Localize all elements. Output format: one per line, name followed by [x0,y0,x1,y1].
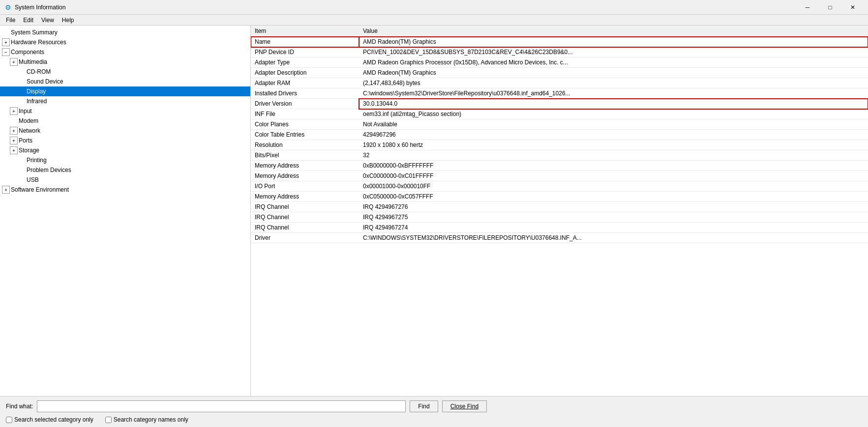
tree-label-modem: Modem [19,117,38,124]
tree-item-printing[interactable]: Printing [0,155,250,165]
table-row: Bits/Pixel32 [251,150,868,161]
close-button[interactable]: ✕ [841,0,864,15]
tree-label-input: Input [19,108,32,114]
search-category-names-checkbox[interactable] [105,417,112,423]
cell-item: Bits/Pixel [251,150,359,161]
search-category-only-checkbox[interactable] [6,417,12,423]
table-row: DriverC:\WINDOWS\SYSTEM32\DRIVERSTORE\FI… [251,233,868,243]
search-category-names-text: Search category names only [114,416,188,423]
app-icon: ⚙ [4,3,12,11]
col-header-value: Value [359,26,868,37]
cell-value: PCI\VEN_1002&DEV_15D8&SUBSYS_87D2103C&RE… [359,47,868,57]
tree-item-input[interactable]: +Input [0,106,250,116]
close-find-button[interactable]: Close Find [442,400,487,412]
cell-item: Adapter Type [251,57,359,68]
tree-item-usb[interactable]: USB [0,175,250,185]
tree-item-hardware-resources[interactable]: +Hardware Resources [0,37,250,47]
menu-edit[interactable]: Edit [19,16,37,25]
menu-help[interactable]: Help [58,16,78,25]
detail-table: Item Value NameAMD Radeon(TM) GraphicsPN… [251,26,868,243]
tree-expander-ports[interactable]: + [10,137,18,144]
tree-item-display[interactable]: Display [0,86,250,96]
find-input[interactable] [37,400,406,412]
cell-item: Name [251,37,359,47]
cell-value: 32 [359,150,868,161]
table-header-row: Item Value [251,26,868,37]
tree-item-infrared[interactable]: Infrared [0,96,250,106]
bottom-bar: Find what: Find Close Find Search select… [0,396,868,427]
tree-label-components: Components [11,49,44,56]
cell-item: Color Table Entries [251,130,359,140]
minimize-button[interactable]: ─ [796,0,819,15]
tree-item-multimedia[interactable]: +Multimedia [0,57,250,67]
table-row: I/O Port0x00001000-0x000010FF [251,181,868,192]
tree-label-ports: Ports [19,137,32,144]
cell-value: 1920 x 1080 x 60 hertz [359,140,868,150]
table-row: IRQ ChannelIRQ 4294967276 [251,202,868,212]
cell-value: IRQ 4294967275 [359,212,868,223]
tree-expander-network[interactable]: + [10,127,18,135]
tree-expander-hardware-resources[interactable]: + [2,38,10,46]
tree-label-system-summary: System Summary [11,29,58,36]
tree-item-storage[interactable]: +Storage [0,145,250,155]
cell-value: C:\windows\System32\DriverStore\FileRepo… [359,88,868,99]
checkboxes-row: Search selected category only Search cat… [6,416,862,423]
cell-item: IRQ Channel [251,212,359,223]
table-row: Color Table Entries4294967296 [251,130,868,140]
cell-item: INF File [251,109,359,119]
cell-value: 0x00001000-0x000010FF [359,181,868,192]
tree-label-display: Display [27,88,46,95]
table-row: IRQ ChannelIRQ 4294967274 [251,223,868,233]
tree-label-software-environment: Software Environment [11,186,69,193]
tree-expander-storage[interactable]: + [10,146,18,154]
cell-value: IRQ 4294967274 [359,223,868,233]
cell-item: Resolution [251,140,359,150]
tree-item-network[interactable]: +Network [0,126,250,136]
tree-label-sound-device: Sound Device [27,78,63,85]
tree-expander-components[interactable]: − [2,48,10,56]
search-category-only-label[interactable]: Search selected category only [6,416,93,423]
tree-item-sound-device[interactable]: Sound Device [0,77,250,86]
search-category-only-text: Search selected category only [14,416,93,423]
table-row: Adapter RAM(2,147,483,648) bytes [251,78,868,88]
cell-item: Installed Drivers [251,88,359,99]
find-button[interactable]: Find [410,400,438,412]
tree-label-hardware-resources: Hardware Resources [11,39,66,46]
cell-item: IRQ Channel [251,202,359,212]
menu-file[interactable]: File [2,16,19,25]
cell-value: (2,147,483,648) bytes [359,78,868,88]
tree-expander-input[interactable]: + [10,107,18,115]
tree-item-ports[interactable]: +Ports [0,136,250,145]
find-row: Find what: Find Close Find [6,400,862,412]
tree-label-multimedia: Multimedia [19,58,47,65]
cell-value: 0xC0000000-0xC01FFFFF [359,171,868,181]
tree-label-usb: USB [27,176,39,183]
col-header-item: Item [251,26,359,37]
cell-item: IRQ Channel [251,223,359,233]
maximize-button[interactable]: □ [819,0,841,15]
window-title: System Information [15,4,796,11]
table-row: Color PlanesNot Available [251,119,868,130]
tree-item-cd-rom[interactable]: CD-ROM [0,67,250,77]
cell-value: IRQ 4294967276 [359,202,868,212]
tree-item-system-summary[interactable]: System Summary [0,28,250,37]
cell-item: I/O Port [251,181,359,192]
tree-item-software-environment[interactable]: +Software Environment [0,185,250,195]
menu-view[interactable]: View [37,16,58,25]
cell-item: Memory Address [251,192,359,202]
table-row: Memory Address0xB0000000-0xBFFFFFFF [251,161,868,171]
cell-item: Adapter Description [251,68,359,78]
tree-item-components[interactable]: −Components [0,47,250,57]
tree-expander-software-environment[interactable]: + [2,186,10,194]
cell-item: Memory Address [251,161,359,171]
tree-item-modem[interactable]: Modem [0,116,250,126]
tree-item-problem-devices[interactable]: Problem Devices [0,165,250,175]
menu-bar: File Edit View Help [0,15,868,26]
table-row: Driver Version30.0.13044.0 [251,99,868,109]
cell-item: Driver Version [251,99,359,109]
table-row: NameAMD Radeon(TM) Graphics [251,37,868,47]
tree-label-network: Network [19,127,40,134]
table-row: Adapter TypeAMD Radeon Graphics Processo… [251,57,868,68]
search-category-names-label[interactable]: Search category names only [105,416,188,423]
tree-expander-multimedia[interactable]: + [10,58,18,66]
